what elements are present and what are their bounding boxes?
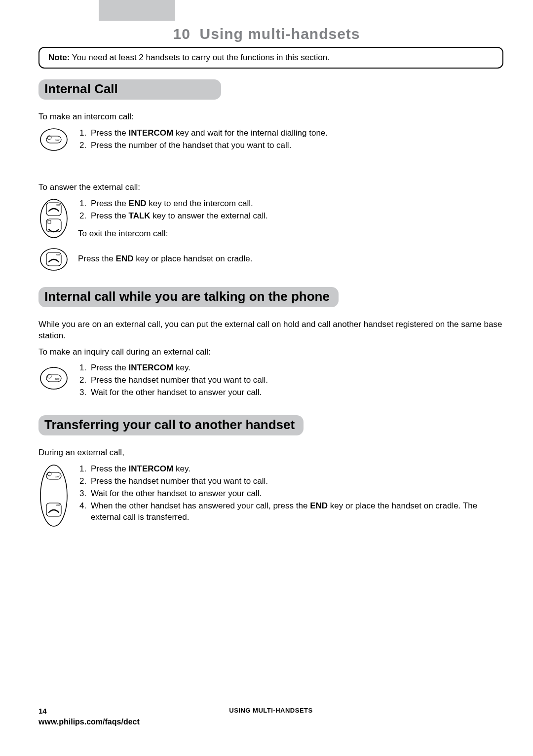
svg-point-14 — [40, 465, 67, 526]
steps-answer-external: Press the END key to end the intercom ca… — [78, 198, 503, 222]
chapter-number: 10 — [173, 26, 190, 42]
svg-rect-6 — [46, 219, 61, 232]
end-key-icon: EXIT — [39, 248, 68, 271]
intro-exit-intercom: To exit the intercom call: — [78, 229, 503, 239]
list-step: Wait for the other handset to answer you… — [89, 387, 503, 398]
footer-url: www.philips.com/faqs/dect — [38, 718, 503, 726]
icon-col: conf EXIT — [38, 464, 69, 528]
step-exit-intercom: Press the END key or place handset on cr… — [78, 253, 503, 265]
section-heading-internal-call: Internal Call — [38, 79, 221, 100]
svg-text:conf: conf — [55, 139, 60, 142]
intercom-key-icon: conf — [39, 366, 68, 390]
header-tab-accent — [99, 0, 175, 21]
list-step: Wait for the other handset to answer you… — [89, 488, 503, 500]
step-group-transfer: conf EXIT Press the INTERCOM key.Press t… — [38, 464, 503, 528]
list-step: Press the TALK key to answer the externa… — [89, 211, 503, 222]
svg-text:EXIT: EXIT — [56, 253, 60, 256]
intro-inquiry-call: To make an inquiry call during an extern… — [38, 347, 503, 358]
intro-answer-external: To answer the external call: — [38, 182, 503, 193]
page-content: Note: You need at least 2 handsets to ca… — [38, 47, 503, 533]
list-step: Press the INTERCOM key and wait for the … — [89, 128, 503, 139]
list-step: Press the handset number that you want t… — [89, 476, 503, 487]
step-group-exit-intercom: EXIT Press the END key or place handset … — [38, 248, 503, 271]
steps-transfer: Press the INTERCOM key.Press the handset… — [78, 464, 503, 523]
intro-transfer: During an external call, — [38, 447, 503, 459]
svg-text:conf: conf — [55, 377, 60, 380]
list-step: When the other handset has answered your… — [89, 501, 503, 523]
svg-point-0 — [40, 129, 67, 150]
page-footer: 14 Using multi-handsets www.philips.com/… — [38, 707, 503, 726]
manual-page: 10 Using multi-handsets Note: You need a… — [0, 0, 533, 756]
step-group-inquiry: conf Press the INTERCOM key.Press the ha… — [38, 362, 503, 399]
steps-inquiry: Press the INTERCOM key.Press the handset… — [78, 362, 503, 398]
step-group-make-intercom: conf Press the INTERCOM key and wait for… — [38, 128, 503, 152]
icon-col: EXIT — [38, 248, 69, 271]
svg-text:EXIT: EXIT — [56, 504, 60, 506]
list-step: Press the handset number that you want t… — [89, 375, 503, 386]
svg-text:conf: conf — [55, 475, 60, 478]
icon-col: EXIT — [38, 198, 69, 239]
chapter-name: Using multi-handsets — [200, 26, 360, 42]
icon-col: conf — [38, 362, 69, 390]
steps-make-intercom: Press the INTERCOM key and wait for the … — [78, 128, 503, 151]
para-hold-and-call: While you are on an external call, you c… — [38, 319, 503, 342]
svg-text:EXIT: EXIT — [56, 204, 60, 206]
note-text: You need at least 2 handsets to carry ou… — [70, 53, 329, 62]
list-step: Press the INTERCOM key. — [89, 362, 503, 374]
chapter-title: 10 Using multi-handsets — [0, 26, 533, 42]
svg-rect-7 — [48, 220, 51, 223]
end-talk-key-icon: EXIT — [39, 198, 68, 239]
intro-make-intercom: To make an intercom call: — [38, 111, 503, 123]
section-heading-transfer: Transferring your call to another handse… — [38, 415, 304, 435]
list-step: Press the number of the handset that you… — [89, 140, 503, 151]
icon-col: conf — [38, 128, 69, 151]
note-box: Note: You need at least 2 handsets to ca… — [38, 47, 503, 69]
intercom-end-key-icon: conf EXIT — [39, 464, 68, 528]
footer-section-title: Using multi-handsets — [38, 707, 503, 714]
list-step: Press the INTERCOM key. — [89, 464, 503, 475]
section-heading-internal-while-talking: Internal call while you are talking on t… — [38, 287, 339, 307]
step-group-answer-external: EXIT Press the END key to end the interc… — [38, 198, 503, 243]
svg-point-11 — [40, 367, 67, 389]
note-label: Note: — [48, 53, 70, 62]
list-step: Press the END key to end the intercom ca… — [89, 198, 503, 210]
intercom-key-icon: conf — [39, 128, 68, 151]
